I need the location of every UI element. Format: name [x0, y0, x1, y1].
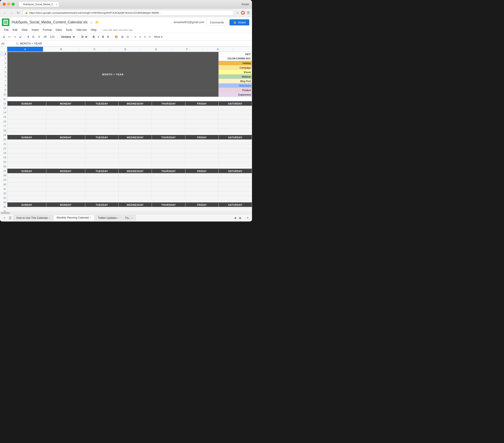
- menu-insert[interactable]: Insert: [30, 28, 40, 32]
- tab-fa[interactable]: Fa... ▾: [122, 215, 136, 221]
- url-bar[interactable]: 🔒 https://docs.google.com/spreadsheets/d…: [22, 10, 234, 16]
- row-19[interactable]: 19: [0, 133, 7, 137]
- align-left-btn[interactable]: ≡: [133, 35, 137, 39]
- redo-btn[interactable]: ↪: [13, 35, 17, 39]
- browser-tab[interactable]: HubSpots_Social_Media_C ✕: [19, 1, 59, 7]
- wrap-btn[interactable]: ↵: [148, 35, 152, 39]
- strikethrough-btn[interactable]: S: [101, 35, 105, 39]
- border-btn[interactable]: ⊞: [120, 35, 125, 39]
- row-21[interactable]: 21: [0, 142, 7, 146]
- add-sheet-button[interactable]: +: [2, 215, 7, 220]
- row-1[interactable]: 1: [0, 52, 7, 56]
- row-14[interactable]: 14: [0, 110, 7, 115]
- merge-btn[interactable]: ⊡: [126, 35, 130, 39]
- menu-format[interactable]: Format: [41, 28, 54, 32]
- comments-button[interactable]: Comments: [206, 19, 227, 26]
- menu-help[interactable]: Help: [89, 28, 99, 32]
- row-34[interactable]: 34: [0, 200, 7, 205]
- col-header-a[interactable]: A: [7, 47, 43, 51]
- decrease-decimal-btn[interactable]: .0: [36, 35, 41, 39]
- row-9[interactable]: 9: [0, 88, 7, 92]
- row-13[interactable]: 13: [0, 106, 7, 110]
- increase-decimal-btn[interactable]: .00: [42, 35, 48, 39]
- row-22[interactable]: 22: [0, 146, 7, 151]
- scroll-thumb[interactable]: [1, 212, 10, 214]
- menu-tools[interactable]: Tools: [64, 28, 74, 32]
- format-number-btn[interactable]: 123: [49, 35, 55, 39]
- grid-content[interactable]: MONTH + YEAR KEY: COLOR-CODING KEY: Holi…: [7, 52, 252, 212]
- menu-addons[interactable]: Add-ons: [74, 28, 89, 32]
- minimize-button[interactable]: [7, 3, 10, 6]
- font-color-btn[interactable]: A: [106, 35, 110, 39]
- menu-file[interactable]: File: [2, 28, 10, 32]
- row-24[interactable]: 24: [0, 155, 7, 160]
- bold-btn[interactable]: B: [91, 35, 96, 39]
- row-28[interactable]: 28: [0, 173, 7, 178]
- row-31[interactable]: 31: [0, 187, 7, 191]
- bookmark-icon[interactable]: ☆: [236, 11, 239, 15]
- opera-icon[interactable]: ⭕: [241, 11, 245, 15]
- row-4[interactable]: 4: [0, 65, 7, 70]
- row-36[interactable]: 36: [0, 209, 7, 212]
- row-27[interactable]: 27: [0, 169, 7, 173]
- col-header-d[interactable]: D: [110, 47, 141, 51]
- menu-icon[interactable]: ☰: [247, 11, 250, 15]
- menu-data[interactable]: Data: [54, 28, 63, 32]
- align-center-btn[interactable]: ≡: [138, 35, 142, 39]
- tab-next-button[interactable]: ▶: [238, 216, 243, 220]
- row-12[interactable]: 12: [0, 101, 7, 106]
- tab-monthly-planning[interactable]: Monthly Planning Calendar ▾: [54, 215, 94, 221]
- tab-close-icon[interactable]: ✕: [55, 3, 57, 6]
- row-10[interactable]: 10: [0, 92, 7, 97]
- currency-btn[interactable]: $: [26, 35, 30, 39]
- italic-btn[interactable]: I: [97, 35, 100, 39]
- refresh-button[interactable]: ↻: [16, 10, 21, 15]
- row-30[interactable]: 30: [0, 182, 7, 187]
- row-23[interactable]: 23: [0, 151, 7, 155]
- row-32[interactable]: 32: [0, 191, 7, 196]
- row-7[interactable]: 7: [0, 79, 7, 83]
- fill-color-btn[interactable]: 🎨: [114, 35, 119, 39]
- row-33[interactable]: 33: [0, 196, 7, 200]
- col-header-c[interactable]: C: [79, 47, 110, 51]
- row-3[interactable]: 3: [0, 61, 7, 65]
- sheets-list-button[interactable]: ☰: [8, 215, 13, 220]
- tab-how-to-use[interactable]: How to Use This Calendar ▾: [14, 215, 53, 221]
- row-8[interactable]: 8: [0, 83, 7, 88]
- star-icon[interactable]: ☆: [90, 20, 93, 24]
- row-25[interactable]: 25: [0, 160, 7, 164]
- align-right-btn[interactable]: ≡: [143, 35, 147, 39]
- font-selector[interactable]: Verdana: [59, 35, 76, 39]
- row-29[interactable]: 29: [0, 178, 7, 182]
- forward-button[interactable]: →: [9, 10, 14, 15]
- row-15[interactable]: 15: [0, 115, 7, 119]
- row-35[interactable]: 35: [0, 205, 7, 209]
- share-button[interactable]: 🔒 Share: [230, 19, 249, 25]
- row-20[interactable]: 20: [0, 137, 7, 142]
- maximize-button[interactable]: [12, 3, 15, 6]
- cell-reference[interactable]: A1: [1, 42, 15, 45]
- col-header-f[interactable]: F: [172, 47, 202, 51]
- row-5[interactable]: 5: [0, 70, 7, 74]
- menu-view[interactable]: View: [20, 28, 30, 32]
- more-btn[interactable]: More ▾: [153, 35, 163, 39]
- title-merged-cell[interactable]: MONTH + YEAR: [7, 52, 219, 97]
- col-header-g[interactable]: G: [202, 47, 233, 51]
- row-6[interactable]: 6: [0, 74, 7, 79]
- back-button[interactable]: ←: [2, 10, 7, 15]
- print-btn[interactable]: 🖨: [1, 35, 6, 39]
- tab-prev-button[interactable]: ◀: [233, 216, 237, 220]
- close-button[interactable]: [3, 3, 6, 6]
- row-26[interactable]: 26: [0, 164, 7, 169]
- paint-format-btn[interactable]: 🖌: [18, 35, 23, 39]
- undo-btn[interactable]: ↩: [7, 35, 12, 39]
- row-11[interactable]: 11: [0, 97, 7, 101]
- row-18[interactable]: 18: [0, 128, 7, 133]
- row-2[interactable]: 2: [0, 56, 7, 61]
- add-new-sheet-button[interactable]: +: [245, 215, 250, 220]
- row-17[interactable]: 17: [0, 124, 7, 128]
- col-header-e[interactable]: E: [141, 47, 172, 51]
- folder-icon[interactable]: 📁: [95, 20, 99, 24]
- tab-twitter-updates[interactable]: Twitter Updates ▾: [95, 215, 122, 221]
- percent-btn[interactable]: %: [31, 35, 36, 39]
